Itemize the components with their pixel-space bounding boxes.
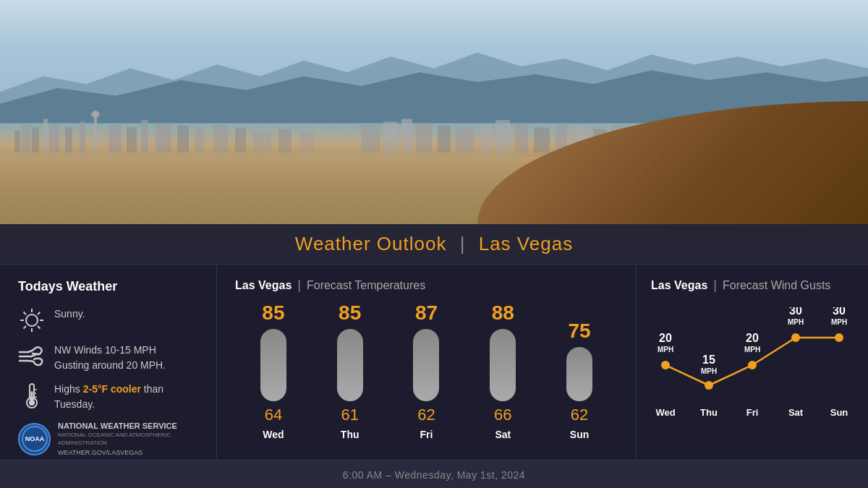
temp-separator: | xyxy=(297,278,301,293)
wind-panel-header: Las Vegas | Forecast Wind Gusts xyxy=(651,278,854,293)
svg-text:MPH: MPH xyxy=(788,318,804,326)
noaa-logo: NOAA xyxy=(18,423,51,455)
sun-icon xyxy=(18,307,46,334)
svg-text:Sun: Sun xyxy=(830,407,848,418)
wind-dot-wed xyxy=(661,361,670,369)
wind-chart-container: 20 MPH 15 MPH 20 MPH 30 MPH 30 MPH xyxy=(651,307,854,423)
temp-high-thu: 85 xyxy=(339,301,361,325)
svg-line-48 xyxy=(24,326,27,329)
info-section: Weather Outlook | Las Vegas Todays Weath… xyxy=(0,224,868,488)
temp-low-wed: 64 xyxy=(265,406,282,424)
svg-text:Sat: Sat xyxy=(788,407,804,418)
noaa-text: NATIONAL WEATHER SERVICE NATIONAL OCEANI… xyxy=(58,421,177,458)
timestamp-bar: 6:00 AM – Wednesday, May 1st, 2024 xyxy=(0,460,868,488)
wind-separator: | xyxy=(713,278,717,293)
wind-dot-sat xyxy=(791,333,800,342)
wind-dot-sun xyxy=(835,333,843,342)
day-label-wed: Wed xyxy=(263,429,284,440)
svg-line-37 xyxy=(600,134,683,224)
temp-low-sat: 66 xyxy=(494,406,511,424)
svg-text:30: 30 xyxy=(833,307,846,317)
svg-point-52 xyxy=(29,400,35,406)
temp-note-row: Highs 2-5°F cooler thanTuesday. xyxy=(18,382,198,412)
svg-text:15: 15 xyxy=(702,354,715,366)
condition-row: Sunny. xyxy=(18,307,198,334)
svg-line-47 xyxy=(38,312,41,315)
forecast-days-container: 85 64 Wed 85 61 Thu 87 62 Fri xyxy=(235,307,618,440)
wind-icon xyxy=(18,343,46,370)
wind-row: NW Winds 10-15 MPHGusting around 20 MPH. xyxy=(18,343,198,373)
temp-high-sat: 88 xyxy=(492,301,514,325)
thermo-bar-thu xyxy=(337,329,363,401)
wind-panel-title: Forecast Wind Gusts xyxy=(723,279,830,292)
temp-high-fri: 87 xyxy=(415,301,438,325)
svg-text:MPH: MPH xyxy=(701,367,717,375)
thermo-bar-wed xyxy=(260,329,286,401)
noaa-website: WEATHER.GOV/LASVEGAS xyxy=(58,448,177,458)
noaa-branding: NOAA NATIONAL WEATHER SERVICE NATIONAL O… xyxy=(18,421,198,458)
svg-text:MPH: MPH xyxy=(658,346,673,354)
svg-line-46 xyxy=(38,326,41,329)
condition-text: Sunny. xyxy=(54,307,85,322)
forecast-day-sat: 88 66 Sat xyxy=(490,301,516,440)
temp-highlight: 2-5°F cooler xyxy=(83,383,141,395)
title-bar: Weather Outlook | Las Vegas xyxy=(0,224,868,265)
timestamp-text: 6:00 AM – Wednesday, May 1st, 2024 xyxy=(343,469,525,481)
svg-line-39 xyxy=(650,141,763,224)
wind-dot-thu xyxy=(705,381,713,390)
svg-text:MPH: MPH xyxy=(831,318,847,326)
svg-point-40 xyxy=(26,314,38,326)
temp-high-wed: 85 xyxy=(262,301,284,325)
temp-panel-city: Las Vegas xyxy=(235,279,292,292)
thermo-bar-sat xyxy=(490,329,516,401)
svg-text:Thu: Thu xyxy=(700,407,718,418)
temp-high-sun: 75 xyxy=(569,320,591,343)
thermo-bar-fri xyxy=(413,329,439,401)
title-city: Las Vegas xyxy=(479,233,573,254)
page-title: Weather Outlook | Las Vegas xyxy=(0,233,868,255)
temp-note-text: Highs 2-5°F cooler thanTuesday. xyxy=(54,382,163,412)
svg-text:20: 20 xyxy=(746,332,759,344)
svg-text:Wed: Wed xyxy=(655,407,675,418)
forecast-day-wed: 85 64 Wed xyxy=(260,301,286,440)
svg-text:30: 30 xyxy=(789,307,802,317)
temp-panel: Las Vegas | Forecast Temperatures 85 64 … xyxy=(217,265,637,460)
temp-panel-header: Las Vegas | Forecast Temperatures xyxy=(235,278,618,293)
svg-text:MPH: MPH xyxy=(744,346,760,354)
today-panel: Todays Weather Sunny xyxy=(0,265,217,460)
title-separator: | xyxy=(460,233,466,254)
svg-rect-51 xyxy=(31,391,33,401)
temp-panel-title: Forecast Temperatures xyxy=(307,279,425,292)
main-content: Todays Weather Sunny xyxy=(0,265,868,460)
nws-title: NATIONAL WEATHER SERVICE xyxy=(58,421,177,432)
svg-line-38 xyxy=(616,127,716,224)
thermometer-icon xyxy=(18,382,46,409)
day-label-sun: Sun xyxy=(570,429,589,440)
forecast-day-sun: 75 62 Sun xyxy=(566,320,592,440)
forecast-day-thu: 85 61 Thu xyxy=(337,301,363,440)
svg-text:NOAA: NOAA xyxy=(25,435,44,442)
svg-point-10 xyxy=(91,111,100,117)
noaa-sub: NATIONAL OCEANIC AND ATMOSPHERICADMINIST… xyxy=(58,432,177,447)
temp-low-sun: 62 xyxy=(571,406,588,424)
day-label-sat: Sat xyxy=(495,429,511,440)
wind-panel-city: Las Vegas xyxy=(651,279,707,292)
thermo-bar-sun xyxy=(566,347,592,401)
hill-overlay xyxy=(477,101,868,225)
title-main: Weather Outlook xyxy=(295,233,447,254)
day-label-fri: Fri xyxy=(420,429,433,440)
forecast-day-fri: 87 62 Fri xyxy=(413,301,439,440)
svg-line-45 xyxy=(24,312,27,315)
header-photo xyxy=(0,0,868,224)
day-label-thu: Thu xyxy=(341,429,359,440)
wind-chart-svg: 20 MPH 15 MPH 20 MPH 30 MPH 30 MPH xyxy=(651,307,854,437)
wind-text: NW Winds 10-15 MPHGusting around 20 MPH. xyxy=(54,343,166,373)
wind-dot-fri xyxy=(748,361,757,369)
ground-left xyxy=(0,153,521,224)
today-title: Todays Weather xyxy=(18,279,198,294)
wind-panel: Las Vegas | Forecast Wind Gusts 20 MPH 1… xyxy=(637,265,868,460)
temp-low-fri: 62 xyxy=(417,406,435,424)
svg-text:20: 20 xyxy=(659,332,672,344)
temp-low-thu: 61 xyxy=(341,406,358,424)
svg-text:Fri: Fri xyxy=(746,407,759,418)
